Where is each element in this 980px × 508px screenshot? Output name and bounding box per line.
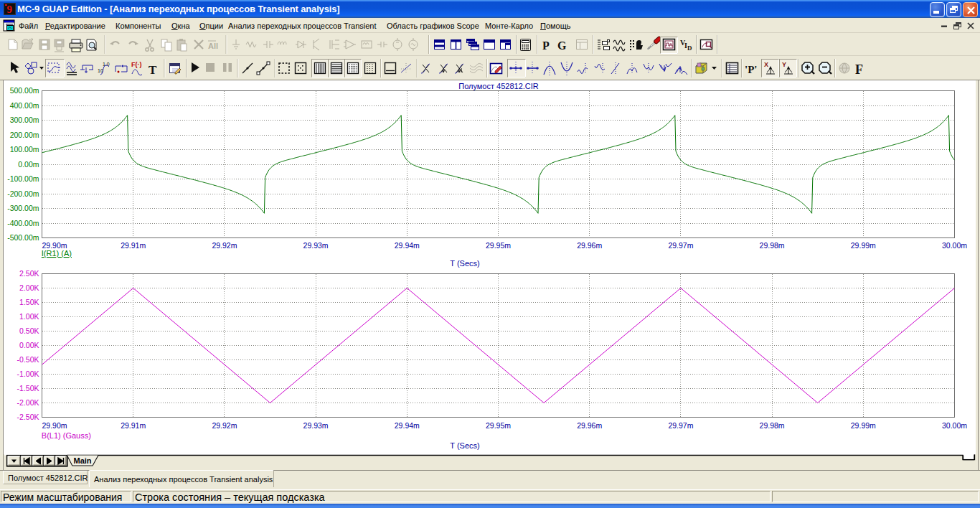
svg-text:X: X [764, 61, 768, 68]
svg-text:200.00m: 200.00m [10, 131, 39, 139]
svg-text:29.98m: 29.98m [760, 421, 785, 430]
svg-text:D: D [687, 44, 692, 52]
svg-text:1.50K: 1.50K [19, 298, 39, 306]
svg-text:-300.00m: -300.00m [7, 204, 39, 212]
svg-text:-100.00m: -100.00m [7, 174, 39, 183]
svg-text:0.50K: 0.50K [19, 326, 39, 335]
svg-text:29.98m: 29.98m [760, 241, 785, 250]
svg-text:29.96m: 29.96m [577, 421, 602, 430]
svg-text:29.90m: 29.90m [42, 421, 67, 430]
svg-text:29.99m: 29.99m [851, 421, 876, 430]
svg-text:300.00m: 300.00m [10, 116, 39, 124]
svg-text:29.92m: 29.92m [212, 421, 237, 430]
svg-text:30.00m: 30.00m [942, 421, 967, 430]
svg-text:29.93m: 29.93m [303, 421, 329, 430]
svg-text:29.99m: 29.99m [851, 241, 876, 250]
svg-text:F: F [855, 62, 863, 77]
svg-text:F(·): F(·) [131, 61, 142, 68]
svg-text:All: All [208, 42, 218, 50]
svg-text:Полумост 452812.CIR: Полумост 452812.CIR [458, 82, 539, 90]
svg-text:29.94m: 29.94m [395, 421, 420, 430]
svg-text:Y: Y [782, 61, 786, 68]
svg-text:2.50K: 2.50K [19, 269, 39, 278]
svg-text:29.94m: 29.94m [395, 241, 420, 250]
svg-text:'P': 'P' [745, 64, 758, 75]
svg-text:G: G [557, 39, 567, 52]
svg-text:29.95m: 29.95m [486, 241, 511, 250]
svg-text:100.00m: 100.00m [10, 145, 39, 154]
svg-text:29.91m: 29.91m [121, 421, 146, 430]
svg-text:2.00K: 2.00K [19, 283, 39, 292]
svg-text:P: P [542, 39, 550, 52]
svg-text:29.91m: 29.91m [121, 241, 146, 250]
svg-text:-2.50K: -2.50K [17, 413, 39, 421]
svg-text:500.00m: 500.00m [10, 86, 39, 95]
svg-text:29.97m: 29.97m [668, 241, 693, 250]
svg-text:T (Secs): T (Secs) [450, 441, 479, 450]
svg-text:-2.00K: -2.00K [17, 398, 39, 407]
svg-text:29.96m: 29.96m [577, 241, 602, 250]
svg-text:400.00m: 400.00m [10, 101, 39, 110]
svg-text:0.00K: 0.00K [19, 341, 39, 349]
svg-text:-200.00m: -200.00m [7, 189, 39, 198]
svg-text:-400.00m: -400.00m [7, 219, 39, 227]
svg-text:29.92m: 29.92m [212, 241, 237, 250]
svg-text:B(L1) (Gauss): B(L1) (Gauss) [42, 431, 91, 440]
svg-text:T: T [149, 63, 157, 77]
svg-text:0.00m: 0.00m [18, 160, 39, 169]
svg-text:T (Secs): T (Secs) [450, 259, 479, 268]
svg-text:1.00K: 1.00K [19, 312, 39, 321]
svg-text:29.93m: 29.93m [303, 241, 329, 250]
svg-text:29.97m: 29.97m [668, 421, 693, 430]
svg-text:Main: Main [74, 456, 92, 465]
svg-text:-0.50K: -0.50K [17, 355, 39, 364]
svg-text:I(R1) (A): I(R1) (A) [42, 249, 72, 258]
svg-text:-1.00K: -1.00K [17, 370, 39, 378]
svg-text:30.00m: 30.00m [942, 241, 967, 250]
svg-text:29.95m: 29.95m [486, 421, 511, 430]
svg-text:-500.00m: -500.00m [7, 233, 39, 242]
svg-text:-1.50K: -1.50K [17, 384, 39, 392]
